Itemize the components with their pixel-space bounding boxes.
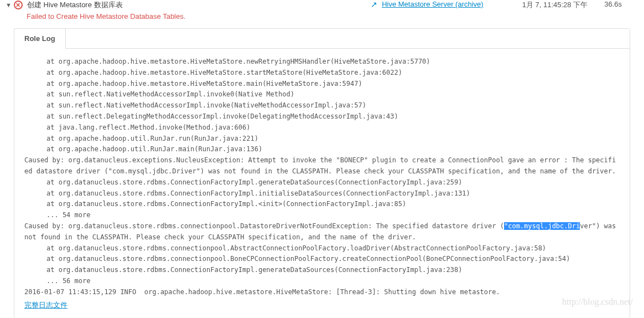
collapse-icon[interactable]: ▼ — [6, 2, 12, 8]
stack-line: at org.datanucleus.store.rdbms.Connectio… — [24, 177, 620, 188]
stack-line: at sun.reflect.NativeMethodAccessorImpl.… — [24, 100, 620, 111]
stack-line: at sun.reflect.NativeMethodAccessorImpl.… — [24, 89, 620, 100]
stack-line: at org.apache.hadoop.util.RunJar.main(Ru… — [24, 144, 620, 155]
stack-line: at org.apache.hadoop.hive.metastore.Hive… — [24, 68, 620, 79]
stack-line: at org.datanucleus.store.rdbms.Connectio… — [24, 199, 620, 210]
stack-line: at org.apache.hadoop.hive.metastore.Hive… — [24, 57, 620, 68]
info-line: 2016-01-07 11:43:15,129 INFO org.apache.… — [24, 287, 620, 298]
stack-line: at org.datanucleus.store.rdbms.Connectio… — [24, 188, 620, 199]
caused-by-line: Caused by: org.datanucleus.store.rdbms.c… — [24, 221, 620, 243]
job-timestamp: 1月 7, 11:45:28 下午 — [522, 0, 588, 10]
stack-line: at org.apache.hadoop.util.RunJar.run(Run… — [24, 134, 620, 145]
error-icon: ✕ — [14, 1, 23, 9]
job-title: 创建 Hive Metastore 数据库表 — [27, 0, 123, 10]
stack-line: at org.datanucleus.store.rdbms.Connectio… — [24, 265, 620, 276]
external-link-icon[interactable]: ↗ — [371, 0, 377, 9]
highlighted-text: "com.mysql.jdbc.Dri — [504, 222, 580, 230]
caused-by-line: Caused by: org.datanucleus.exceptions.Nu… — [24, 155, 620, 177]
log-panel: Role Log at org.apache.hadoop.hive.metas… — [14, 28, 630, 318]
job-duration: 36.6s — [604, 0, 622, 8]
stack-line: at java.lang.reflect.Method.invoke(Metho… — [24, 122, 620, 134]
stack-line: at org.apache.hadoop.hive.metastore.Hive… — [24, 79, 620, 90]
tab-bar: Role Log — [14, 29, 630, 49]
header-left: ▼ ✕ 创建 Hive Metastore 数据库表 — [6, 0, 371, 10]
log-content: at org.apache.hadoop.hive.metastore.Hive… — [14, 49, 630, 318]
stack-line: at sun.reflect.DelegatingMethodAccessorI… — [24, 111, 620, 122]
stack-line: at org.datanucleus.store.rdbms.connectio… — [24, 243, 620, 254]
server-link[interactable]: Hive Metastore Server (archive) — [382, 0, 484, 8]
tab-role-log[interactable]: Role Log — [14, 28, 66, 49]
watermark: http://blog.csdn.net/ — [562, 297, 633, 307]
stack-line: ... 54 more — [24, 210, 620, 221]
full-log-link[interactable]: 完整日志文件 — [24, 299, 67, 311]
stack-line: ... 56 more — [24, 276, 620, 287]
log-text: Caused by: org.datanucleus.store.rdbms.c… — [24, 222, 504, 230]
error-message: Failed to Create Hive Metastore Database… — [0, 12, 644, 20]
stack-line: at org.datanucleus.store.rdbms.connectio… — [24, 254, 620, 265]
